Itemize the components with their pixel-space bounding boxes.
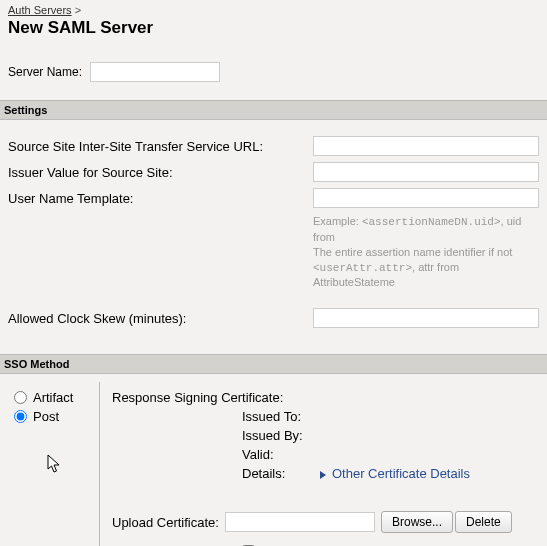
radio-artifact[interactable]	[14, 391, 27, 404]
issuer-input[interactable]	[313, 162, 539, 182]
issued-by: Issued By:	[242, 428, 539, 443]
issued-to: Issued To:	[242, 409, 539, 424]
response-cert-label: Response Signing Certificate:	[112, 390, 539, 405]
breadcrumb: Auth Servers >	[8, 4, 539, 16]
delete-button[interactable]: Delete	[455, 511, 512, 533]
browse-button[interactable]: Browse...	[381, 511, 453, 533]
page-title: New SAML Server	[8, 18, 539, 38]
username-label: User Name Template:	[8, 191, 313, 206]
radio-artifact-label: Artifact	[33, 390, 73, 405]
upload-cert-label: Upload Certificate:	[112, 515, 219, 530]
triangle-right-icon	[320, 471, 326, 479]
breadcrumb-sep: >	[75, 4, 81, 16]
breadcrumb-link[interactable]: Auth Servers	[8, 4, 72, 16]
clock-skew-input[interactable]	[313, 308, 539, 328]
username-example: Example: <assertionNameDN.uid>, uid from…	[313, 214, 539, 290]
source-url-input[interactable]	[313, 136, 539, 156]
sso-method-radios: Artifact Post	[8, 382, 100, 546]
server-name-label: Server Name:	[8, 65, 90, 79]
other-cert-details-link[interactable]: Other Certificate Details	[320, 466, 470, 481]
section-settings: Settings	[0, 100, 547, 120]
radio-post-label: Post	[33, 409, 59, 424]
source-url-label: Source Site Inter-Site Transfer Service …	[8, 139, 313, 154]
issuer-label: Issuer Value for Source Site:	[8, 165, 313, 180]
details-label: Details:	[242, 466, 320, 481]
upload-cert-input[interactable]	[225, 512, 375, 532]
valid: Valid:	[242, 447, 539, 462]
username-template-input[interactable]	[313, 188, 539, 208]
clock-skew-label: Allowed Clock Skew (minutes):	[8, 311, 313, 326]
section-sso: SSO Method	[0, 354, 547, 374]
server-name-input[interactable]	[90, 62, 220, 82]
radio-post[interactable]	[14, 410, 27, 423]
